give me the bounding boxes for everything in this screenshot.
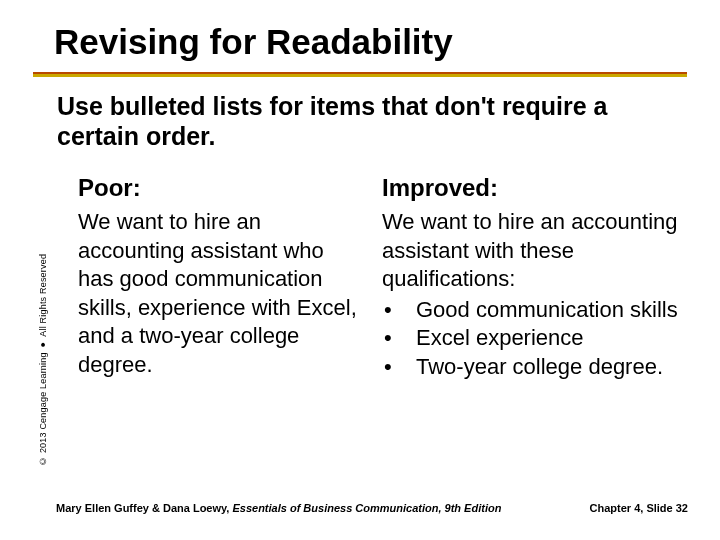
poor-heading: Poor: (78, 174, 358, 202)
bullet-text: Good communication skills (402, 296, 692, 325)
column-improved: Improved: We want to hire an accounting … (382, 174, 692, 382)
dot-icon: ● (36, 339, 50, 349)
list-item: • Two-year college degree. (382, 353, 692, 382)
footer-left: Mary Ellen Guffey & Dana Loewy, Essentia… (56, 502, 501, 514)
bullet-text: Two-year college degree. (402, 353, 692, 382)
slide: Revising for Readability Use bulleted li… (0, 0, 720, 540)
footer: Mary Ellen Guffey & Dana Loewy, Essentia… (56, 502, 688, 514)
slide-title: Revising for Readability (54, 22, 453, 62)
copyright-vertical: © 2013 Cengage Learning ● All Rights Res… (38, 206, 50, 466)
bullet-icon: • (382, 296, 402, 325)
improved-bullet-list: • Good communication skills • Excel expe… (382, 296, 692, 382)
accent-bar (33, 72, 687, 77)
improved-intro: We want to hire an accounting assistant … (382, 208, 692, 294)
bullet-icon: • (382, 353, 402, 382)
bullet-icon: • (382, 324, 402, 353)
column-poor: Poor: We want to hire an accounting assi… (78, 174, 358, 380)
slide-subtitle: Use bulleted lists for items that don't … (57, 92, 617, 151)
improved-heading: Improved: (382, 174, 692, 202)
footer-authors: Mary Ellen Guffey & Dana Loewy, (56, 502, 232, 514)
copyright-part2: All Rights Reserved (38, 254, 48, 337)
list-item: • Good communication skills (382, 296, 692, 325)
list-item: • Excel experience (382, 324, 692, 353)
poor-text: We want to hire an accounting assistant … (78, 208, 358, 380)
footer-book-title: Essentials of Business Communication, 9t… (232, 502, 501, 514)
footer-right: Chapter 4, Slide 32 (590, 502, 688, 514)
copyright-part1: © 2013 Cengage Learning (38, 352, 48, 466)
bullet-text: Excel experience (402, 324, 692, 353)
